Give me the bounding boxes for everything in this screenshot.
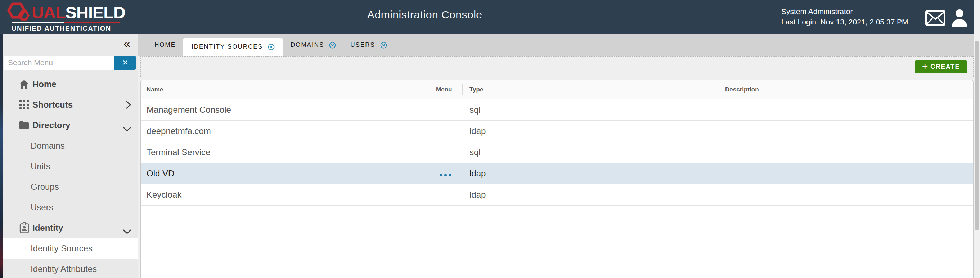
sidebar-item-users[interactable]: Users bbox=[3, 197, 138, 218]
cell-name: Keycloak bbox=[141, 190, 429, 200]
scrollbar-thumb[interactable] bbox=[975, 41, 979, 230]
sidebar-menu: HomeShortcutsDirectoryDomainsUnitsGroups… bbox=[3, 74, 138, 278]
dualshield-logo: UALSHIELD UNIFIED AUTHENTICATION bbox=[7, 3, 125, 32]
sidebar-item-directory[interactable]: Directory bbox=[3, 115, 138, 135]
sidebar-search: ✕ bbox=[3, 56, 137, 70]
sidebar-item-label: Units bbox=[30, 161, 50, 172]
home-icon bbox=[19, 79, 29, 89]
tab-close-icon[interactable] bbox=[329, 42, 336, 49]
cell-name: Old VD bbox=[141, 168, 429, 179]
cell-menu bbox=[429, 184, 462, 205]
cell-name: deepnetmfa.com bbox=[141, 126, 429, 136]
create-button[interactable]: + CREATE bbox=[915, 60, 967, 73]
sidebar-collapse-button[interactable]: « bbox=[124, 37, 130, 49]
cell-type: sql bbox=[462, 105, 718, 115]
chevron-down-icon bbox=[123, 229, 132, 236]
table-row-keycloak[interactable]: Keycloakldap bbox=[141, 184, 973, 206]
tab-bar: HOMEIDENTITY SOURCESDOMAINSUSERS bbox=[138, 34, 974, 56]
logo-underline bbox=[11, 22, 125, 24]
tab-users[interactable]: USERS bbox=[343, 34, 394, 56]
logo-subtitle: UNIFIED AUTHENTICATION bbox=[11, 24, 125, 32]
badge-icon bbox=[19, 222, 29, 234]
search-clear-button[interactable]: ✕ bbox=[114, 56, 137, 70]
cell-type: ldap bbox=[462, 190, 718, 200]
column-header-menu[interactable]: Menu bbox=[429, 80, 462, 99]
sidebar-item-domains[interactable]: Domains bbox=[3, 135, 138, 156]
background-sliver bbox=[0, 34, 3, 278]
cell-name: Management Console bbox=[141, 105, 429, 115]
sidebar-item-label: Groups bbox=[30, 182, 59, 192]
table-header: NameMenuTypeDescription bbox=[141, 80, 973, 99]
cell-menu bbox=[429, 163, 462, 184]
cell-type: ldap bbox=[462, 168, 718, 179]
grid-icon bbox=[19, 100, 29, 110]
chevron-right-icon bbox=[126, 100, 131, 111]
cell-menu bbox=[429, 99, 462, 120]
sidebar-item-label: Directory bbox=[32, 120, 70, 130]
search-input[interactable] bbox=[3, 56, 114, 70]
tab-close-icon[interactable] bbox=[268, 44, 275, 51]
dualshield-hexagon-icon bbox=[7, 2, 31, 23]
sidebar-item-identity-sources[interactable]: Identity Sources bbox=[3, 238, 138, 259]
tab-label: IDENTITY SOURCES bbox=[191, 43, 263, 51]
row-menu-button[interactable] bbox=[440, 174, 452, 176]
chevron-down-icon bbox=[123, 126, 132, 133]
sidebar-item-label: Users bbox=[30, 202, 53, 213]
sidebar-item-label: Identity bbox=[32, 223, 63, 233]
sidebar-item-label: Shortcuts bbox=[32, 100, 73, 110]
main-content: HOMEIDENTITY SOURCESDOMAINSUSERS + CREAT… bbox=[138, 34, 974, 278]
sidebar-item-groups[interactable]: Groups bbox=[3, 176, 138, 197]
column-header-description[interactable]: Description bbox=[718, 80, 973, 99]
sidebar-item-label: Home bbox=[32, 79, 57, 89]
tab-domains[interactable]: DOMAINS bbox=[283, 34, 343, 56]
admin-console-screen: UALSHIELD UNIFIED AUTHENTICATION Adminis… bbox=[0, 0, 980, 278]
column-header-name[interactable]: Name bbox=[141, 80, 429, 99]
plus-icon: + bbox=[922, 61, 928, 71]
last-login: Last Login: Nov 13, 2021, 2:05:37 PM bbox=[781, 17, 908, 27]
sidebar-item-shortcuts[interactable]: Shortcuts bbox=[3, 94, 138, 115]
table-row-management-console[interactable]: Management Consolesql bbox=[141, 99, 973, 121]
tab-home[interactable]: HOME bbox=[147, 34, 183, 56]
identity-sources-table: NameMenuTypeDescription Management Conso… bbox=[140, 79, 974, 278]
tab-label: HOME bbox=[154, 41, 176, 49]
column-header-type[interactable]: Type bbox=[462, 80, 718, 99]
user-avatar-icon[interactable] bbox=[951, 9, 968, 27]
logo-word-dual: UAL bbox=[32, 3, 65, 22]
cell-type: sql bbox=[462, 147, 718, 157]
logo-word-shield: SHIELD bbox=[65, 3, 125, 22]
folder-icon bbox=[19, 121, 29, 129]
sidebar-item-label: Identity Attributes bbox=[30, 264, 97, 274]
user-info: System Administrator Last Login: Nov 13,… bbox=[781, 6, 908, 27]
sidebar-item-home[interactable]: Home bbox=[3, 74, 138, 94]
tab-label: USERS bbox=[350, 41, 375, 49]
toolbar: + CREATE bbox=[140, 56, 974, 78]
cell-menu bbox=[429, 142, 462, 163]
sidebar-item-label: Domains bbox=[30, 141, 65, 151]
mail-icon[interactable] bbox=[925, 10, 945, 25]
sidebar-item-identity-attributes[interactable]: Identity Attributes bbox=[3, 259, 138, 278]
page-title: Administration Console bbox=[367, 9, 482, 21]
tab-close-icon[interactable] bbox=[380, 42, 387, 49]
table-row-deepnetmfa-com[interactable]: deepnetmfa.comldap bbox=[141, 121, 973, 142]
table-body: Management Consolesqldeepnetmfa.comldapT… bbox=[141, 99, 973, 206]
cell-menu bbox=[429, 121, 462, 141]
sidebar-item-identity[interactable]: Identity bbox=[3, 218, 138, 238]
tab-identity-sources[interactable]: IDENTITY SOURCES bbox=[183, 38, 283, 56]
app-header: UALSHIELD UNIFIED AUTHENTICATION Adminis… bbox=[0, 0, 974, 34]
sidebar-item-label: Identity Sources bbox=[30, 243, 92, 254]
sidebar: « ✕ HomeShortcutsDirectoryDomainsUnitsGr… bbox=[3, 34, 138, 278]
user-name: System Administrator bbox=[781, 6, 908, 17]
sidebar-item-units[interactable]: Units bbox=[3, 156, 138, 176]
cell-name: Terminal Service bbox=[141, 147, 429, 157]
cell-type: ldap bbox=[462, 126, 718, 136]
page-scrollbar bbox=[974, 0, 980, 278]
table-row-terminal-service[interactable]: Terminal Servicesql bbox=[141, 142, 973, 163]
table-row-old-vd[interactable]: Old VDldap bbox=[141, 163, 973, 184]
tab-label: DOMAINS bbox=[291, 41, 324, 49]
